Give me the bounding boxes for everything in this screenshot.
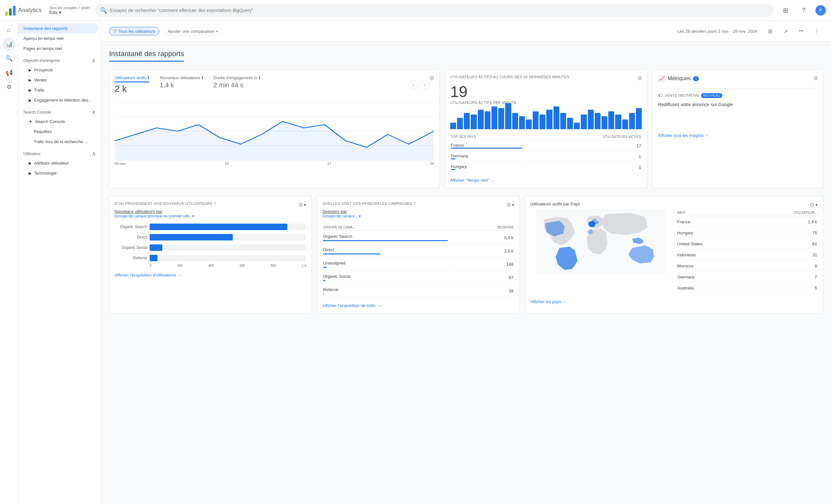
search-input[interactable] — [110, 8, 769, 13]
share-icon[interactable]: ↗ — [779, 25, 792, 38]
bar-mini — [540, 115, 545, 129]
card-check-icon[interactable]: ⊙ — [430, 75, 434, 81]
info-icon-2: ℹ — [202, 75, 203, 80]
geo-card: Utilisateurs actifs par Pays ⊙ ▾ — [525, 196, 823, 314]
filter-chip-all-users[interactable]: 𝕋 Tous les utilisateurs — [109, 27, 160, 35]
campaigns-link[interactable]: Afficher l'acquisition de trafic → — [322, 303, 514, 308]
realtime-title: UTILISATEURS ACTIFS AU COURS DES 30 DERN… — [450, 75, 569, 79]
bar-mini — [491, 107, 497, 129]
realtime-bar-chart — [450, 110, 642, 129]
realtime-card-header: UTILISATEURS ACTIFS AU COURS DES 30 DERN… — [450, 75, 642, 82]
table-row: United States 62 — [677, 239, 817, 249]
add-comparison-button[interactable]: Ajouter une comparaison + — [163, 27, 222, 35]
acquisition-check-icon[interactable]: ⊙ — [298, 202, 303, 208]
sidebar-icon-explore[interactable]: 🔍 — [3, 52, 16, 65]
nav-item-engagement[interactable]: ▶ Engagement et rétention des... — [18, 95, 98, 105]
metric-value-engagement: 2 min 44 s — [213, 82, 260, 89]
table-row: Direct 2,5 k — [323, 245, 513, 257]
realtime-link[interactable]: Afficher "Temps réel" → — [450, 178, 642, 183]
bar-fill — [150, 224, 287, 230]
nav-item-trafic[interactable]: ▶ Trafic — [18, 85, 98, 95]
prev-metric-button[interactable]: ‹ — [409, 80, 418, 89]
campaigns-card-title: QUELLES SONT VOS PRINCIPALES CAMPAGNES ? — [322, 202, 416, 205]
acquisition-card-header: D'OÙ PROVIENNENT VOS NOUVEAUX UTILISATEU… — [115, 202, 306, 208]
main-header: 𝕋 Tous les utilisateurs Ajouter une comp… — [101, 21, 831, 42]
sidebar-icon-reports[interactable]: 📊 — [3, 38, 16, 51]
trend-icon[interactable]: 〜 — [795, 25, 808, 38]
acquisition-card-title: D'OÙ PROVIENNENT VOS NOUVEAUX UTILISATEU… — [115, 202, 216, 205]
bar-mini — [622, 119, 628, 129]
nav-section-search-console[interactable]: Search Console ∧ — [18, 105, 101, 117]
app-title: Analytics — [18, 7, 41, 13]
country-bar — [451, 148, 522, 149]
avatar[interactable]: F — [815, 5, 826, 16]
app-logo[interactable]: Analytics — [5, 5, 41, 16]
insights-card: 📈 Métriques 1 ⊙ 🏷 VENTE INCITATIVE Nouve… — [653, 69, 823, 188]
sidebar-icon-configure[interactable]: ⚙ — [3, 81, 16, 93]
metrics-card-header: ‹ › Utilisateurs actifs ℹ 2 k — [115, 75, 434, 99]
insights-check-icon[interactable]: ⊙ — [813, 75, 818, 81]
bar-mini — [608, 111, 614, 129]
nav-item-realtime-pages[interactable]: Pages en temps réel — [18, 43, 98, 54]
account-name[interactable]: fcav ▾ — [49, 10, 90, 15]
help-icon[interactable]: ? — [797, 4, 810, 17]
nav-item-technologie[interactable]: ▶ Technologie — [18, 168, 98, 178]
account-selector[interactable]: Tous les comptes > sebfri fcav ▾ — [49, 6, 90, 15]
country-header: PAYS — [677, 210, 749, 216]
nav-item-prospects[interactable]: ▶ Prospects — [18, 65, 98, 75]
bar-mini — [615, 115, 621, 129]
sidebar-icon-advertising[interactable]: 📢 — [3, 66, 16, 79]
table-row: Germany 7 — [677, 272, 817, 283]
apps-icon[interactable]: ⊞ — [779, 4, 792, 17]
acquisition-link[interactable]: Afficher l'acquisition d'utilisateurs → — [115, 273, 306, 277]
geo-card-header: Utilisateurs actifs par Pays ⊙ ▾ — [531, 202, 818, 208]
geo-check-icon[interactable]: ⊙ — [810, 202, 814, 208]
nav-item-requetes[interactable]: Requêtes — [18, 126, 98, 137]
acquisition-metric-link[interactable]: Nouveaux utilisateurs par — [115, 209, 306, 214]
table-row: France 1,9 k — [677, 217, 817, 227]
campaigns-dropdown-icon[interactable]: ▾ — [512, 202, 514, 207]
chart-svg — [115, 102, 434, 160]
bar-mini — [588, 110, 594, 129]
table-row: Hungary 75 — [677, 228, 817, 238]
acquisition-metric-sub[interactable]: Groupe de canaux principal du premier ut… — [115, 214, 306, 218]
nav-item-trafic-recherche[interactable]: Trafic issu de la recherche ... — [18, 137, 98, 147]
table-row: Australia 5 — [677, 283, 817, 293]
active-users-col-header: UTILISATEURS ACTIFS — [526, 134, 641, 140]
campaigns-card: QUELLES SONT VOS PRINCIPALES CAMPAGNES ?… — [317, 196, 519, 314]
bar-fill — [150, 244, 162, 251]
insights-card-header: 📈 Métriques 1 ⊙ — [658, 75, 818, 87]
sidebar-icon-home[interactable]: ⌂ — [3, 23, 16, 36]
nav-section-utilisateur[interactable]: Utilisateur ∧ — [18, 147, 101, 158]
realtime-check-icon[interactable]: ⊙ — [637, 75, 642, 81]
geo-card-title: Utilisateurs actifs par Pays — [531, 202, 580, 206]
next-metric-button[interactable]: › — [421, 80, 430, 89]
insights-link[interactable]: Afficher tous les insights → — [658, 107, 818, 138]
metric-tab-engagement[interactable]: Durée d'engagement m ℹ 2 min 44 s — [213, 75, 260, 94]
campaigns-check-icon[interactable]: ⊙ — [507, 202, 511, 208]
geo-link[interactable]: Afficher les pays → — [531, 299, 818, 304]
nav-item-search-console[interactable]: ▼ Search Console — [18, 117, 98, 126]
campaigns-metric-link[interactable]: Sessions par — [322, 209, 514, 214]
users-header: UTILISATEUR... — [750, 210, 817, 216]
search-bar[interactable]: 🔍 — [95, 4, 774, 17]
insight-text: Rediffusez votre annonce sur Google — [658, 102, 818, 107]
nav-item-ventes[interactable]: ▶ Ventes — [18, 75, 98, 85]
session-bar — [323, 280, 325, 281]
metric-tab-active-users[interactable]: Utilisateurs actifs ℹ 2 k — [115, 75, 149, 94]
nav-section-objectifs[interactable]: Objectifs d'entreprise ∧ — [18, 54, 101, 65]
more-icon[interactable]: ⋮ — [810, 25, 823, 38]
geo-dropdown-icon[interactable]: ▾ — [815, 202, 818, 207]
compare-view-icon[interactable]: ⊟ — [764, 25, 776, 38]
svg-rect-0 — [5, 12, 8, 16]
topbar-actions: ⊞ ? F — [779, 4, 826, 17]
nav-item-realtime[interactable]: Aperçu en temps réel — [18, 33, 98, 43]
nav-item-snapshot[interactable]: Instantané des rapports — [18, 23, 98, 33]
country-bar — [451, 169, 455, 170]
campaigns-metric-sub[interactable]: Groupe de canaux ... ▾ — [322, 214, 514, 218]
acquisition-dropdown-icon[interactable]: ▾ — [304, 202, 306, 207]
bar-mini — [485, 111, 490, 129]
nav-item-attributs[interactable]: ▶ Attributs utilisateur — [18, 158, 98, 168]
metric-tab-new-users[interactable]: Nouveaux utilisateurs ℹ 1,4 k — [160, 75, 203, 94]
content-area: Instantané des rapports ‹ › Ut — [101, 42, 831, 321]
